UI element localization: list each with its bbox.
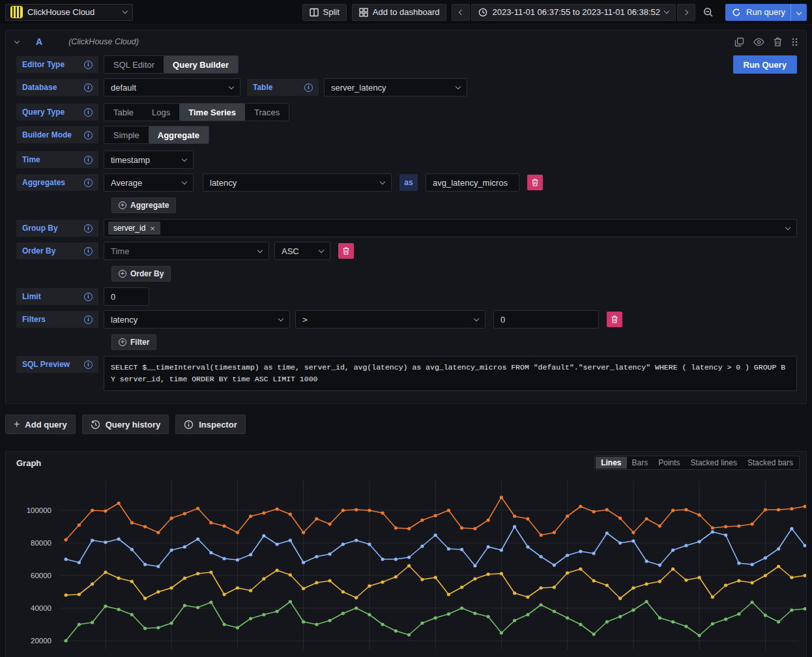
magnifier-minus-icon — [703, 7, 714, 18]
order-by-direction-select[interactable]: ASC — [274, 242, 330, 260]
duplicate-query-icon[interactable] — [734, 37, 744, 47]
info-icon[interactable]: i — [304, 83, 313, 92]
series-point-a — [223, 622, 226, 626]
sql-preview-label: SQL Preview i — [16, 356, 98, 373]
series-point-b — [117, 576, 121, 579]
info-icon[interactable]: i — [84, 131, 93, 139]
series-point-a — [91, 620, 94, 624]
limit-input[interactable]: 0 — [104, 287, 149, 306]
series-point-b — [289, 573, 292, 576]
filter-operator-select[interactable]: > — [295, 310, 486, 328]
add-order-by-button[interactable]: + Order By — [111, 266, 171, 282]
info-icon[interactable]: i — [84, 360, 93, 369]
drag-handle-icon[interactable] — [791, 37, 798, 47]
query-type-logs[interactable]: Logs — [143, 104, 179, 121]
series-point-c — [553, 563, 556, 566]
series-point-b — [381, 580, 384, 583]
series-point-a — [777, 620, 780, 623]
series-point-a — [170, 621, 173, 624]
graph-mode-points[interactable]: Points — [653, 457, 685, 469]
series-point-a — [420, 621, 424, 624]
series-point-d — [91, 508, 94, 512]
order-by-field-select[interactable]: Time — [104, 242, 269, 260]
graph-mode-lines[interactable]: Lines — [596, 457, 626, 469]
series-point-a — [381, 622, 384, 626]
add-filter-button[interactable]: + Filter — [111, 334, 156, 350]
query-type-row: Query Type i Table Logs Time Series Trac… — [16, 103, 797, 121]
remove-filter-button[interactable] — [607, 312, 622, 327]
info-icon[interactable]: i — [84, 108, 93, 117]
aggregate-alias-input[interactable]: avg_latency_micros — [426, 173, 519, 192]
graph-mode-stacked-lines[interactable]: Stacked lines — [686, 457, 742, 469]
remove-aggregate-button[interactable] — [527, 175, 543, 190]
remove-order-by-button[interactable] — [338, 243, 354, 259]
series-point-b — [65, 593, 68, 596]
series-point-d — [737, 524, 740, 527]
info-icon[interactable]: i — [84, 156, 93, 164]
datasource-picker[interactable]: ClickHouse Cloud — [5, 4, 133, 21]
query-type-traces[interactable]: Traces — [245, 104, 289, 121]
query-datasource-hint: (ClickHouse Cloud) — [68, 37, 139, 46]
series-point-a — [394, 629, 398, 632]
add-query-button[interactable]: + Add query — [5, 415, 76, 434]
time-column-select[interactable]: timestamp — [104, 151, 194, 169]
series-point-b — [553, 585, 556, 589]
series-point-b — [328, 579, 332, 582]
series-point-c — [540, 555, 543, 558]
series-point-a — [302, 620, 305, 623]
builder-mode-aggregate[interactable]: Aggregate — [149, 126, 209, 143]
table-select[interactable]: server_latency — [324, 78, 467, 96]
add-to-dashboard-button[interactable]: Add to dashboard — [352, 4, 447, 21]
run-query-split-button[interactable]: Run query — [725, 4, 807, 21]
query-type-time-series[interactable]: Time Series — [179, 104, 245, 121]
editor-type-query-builder[interactable]: Query Builder — [164, 56, 238, 73]
add-aggregate-button[interactable]: + Aggregate — [111, 197, 176, 213]
dashboard-grid-icon — [359, 8, 368, 17]
filter-value-input[interactable]: 0 — [493, 310, 599, 328]
filter-field-select[interactable]: latency — [104, 310, 290, 328]
table-label: Table i — [247, 79, 319, 96]
graph-mode-stacked-bars[interactable]: Stacked bars — [742, 457, 798, 469]
series-point-d — [170, 516, 173, 519]
zoom-out-button[interactable] — [697, 4, 720, 21]
time-forward-button[interactable] — [677, 4, 695, 21]
time-back-button[interactable] — [452, 4, 470, 21]
delete-query-trash-icon[interactable] — [774, 37, 782, 47]
run-query-button[interactable]: Run Query — [733, 55, 797, 74]
series-point-c — [473, 564, 476, 567]
info-icon[interactable]: i — [84, 224, 93, 233]
aggregate-function-select[interactable]: Average — [104, 173, 194, 192]
remove-tag-icon[interactable]: × — [150, 224, 155, 233]
builder-mode-simple[interactable]: Simple — [104, 126, 149, 143]
editor-type-sql-editor[interactable]: SQL Editor — [104, 56, 164, 73]
group-by-tag[interactable]: server_id × — [108, 222, 160, 235]
database-select[interactable]: default — [104, 78, 240, 96]
info-icon[interactable]: i — [84, 83, 93, 92]
info-icon[interactable]: i — [84, 179, 93, 187]
series-point-d — [777, 508, 780, 511]
info-icon[interactable]: i — [84, 293, 93, 301]
split-button[interactable]: Split — [302, 4, 347, 21]
query-type-table[interactable]: Table — [104, 104, 143, 121]
chevron-down-icon — [123, 8, 128, 14]
query-history-button[interactable]: Query history — [82, 415, 169, 434]
group-by-multiselect[interactable]: server_id × — [104, 219, 797, 237]
inspector-button[interactable]: Inspector — [175, 415, 246, 434]
series-point-d — [394, 526, 398, 529]
collapse-chevron-icon[interactable] — [14, 38, 20, 43]
chevron-down-icon[interactable] — [796, 9, 802, 14]
aggregate-column-select[interactable]: latency — [203, 173, 392, 192]
time-range-picker[interactable]: 2023-11-01 06:37:55 to 2023-11-01 06:38:… — [471, 4, 676, 21]
info-icon[interactable]: i — [84, 315, 93, 324]
sql-preview-text: SELECT $__timeInterval(timestamp) as tim… — [104, 356, 797, 391]
chart-canvas[interactable]: 2000040000600008000010000006:38:0006:38:… — [6, 475, 806, 657]
hide-query-eye-icon[interactable] — [753, 38, 764, 46]
group-by-label: Group By i — [16, 220, 98, 237]
series-point-c — [328, 552, 332, 555]
info-icon[interactable]: i — [84, 247, 93, 256]
graph-mode-bars[interactable]: Bars — [627, 457, 654, 469]
series-point-b — [658, 579, 661, 583]
chevron-down-icon — [319, 247, 324, 252]
info-icon[interactable]: i — [84, 61, 93, 69]
series-point-d — [513, 514, 516, 518]
